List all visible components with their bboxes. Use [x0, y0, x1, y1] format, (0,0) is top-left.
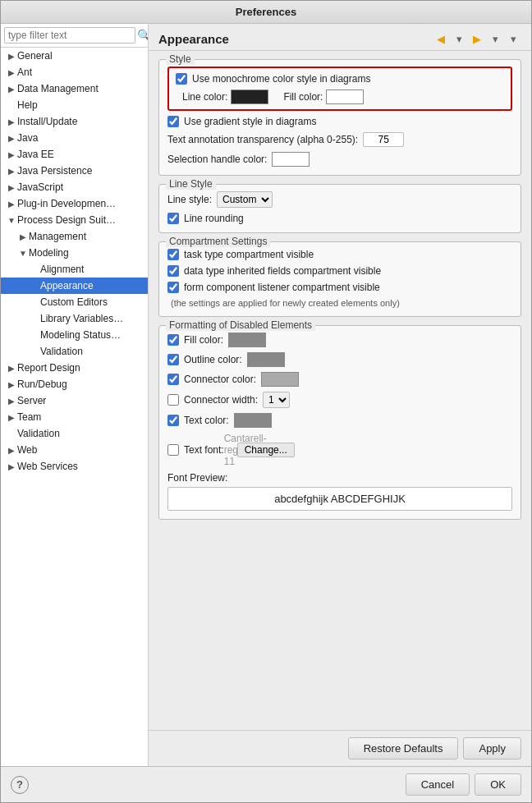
expand-icon: ▶ — [6, 397, 17, 406]
fill-color-dis-picker[interactable] — [228, 333, 266, 347]
sidebar-item-label: JavaScript — [17, 181, 143, 193]
outline-color-checkbox[interactable] — [167, 354, 179, 365]
line-style-select[interactable]: Custom — [217, 191, 273, 208]
sidebar-item-label: Plug-in Developmen… — [17, 198, 143, 209]
sidebar-item-library-variables[interactable]: Library Variables… — [1, 310, 148, 327]
sidebar-item-report-design[interactable]: ▶ Report Design — [1, 360, 148, 376]
sidebar-item-modeling-status[interactable]: Modeling Status… — [1, 327, 148, 343]
line-color-picker[interactable] — [231, 89, 268, 104]
sidebar-item-data-management[interactable]: ▶ Data Management — [1, 80, 148, 97]
sidebar-item-web[interactable]: ▶ Web — [1, 442, 148, 458]
fill-color-dis-checkbox[interactable] — [167, 334, 179, 346]
change-font-button[interactable]: Change... — [237, 443, 295, 457]
expand-icon: ▶ — [6, 134, 17, 143]
line-color-label: Line color: — [182, 91, 227, 103]
sidebar-item-appearance[interactable]: Appearance — [1, 278, 148, 294]
sidebar-item-general[interactable]: ▶ General — [1, 48, 148, 64]
gradient-checkbox[interactable] — [167, 116, 179, 127]
connector-width-checkbox[interactable] — [167, 394, 179, 406]
sidebar-item-process-design[interactable]: ▼ Process Design Suit… — [1, 212, 148, 228]
expand-icon: ▶ — [6, 462, 17, 471]
connector-color-checkbox[interactable] — [167, 374, 179, 385]
fill-color-picker[interactable] — [326, 89, 364, 104]
sidebar-item-validation-root[interactable]: Validation — [1, 425, 148, 442]
search-input[interactable] — [4, 27, 135, 44]
sidebar-item-label: Validation — [17, 428, 143, 439]
sidebar-item-run-debug[interactable]: ▶ Run/Debug — [1, 376, 148, 392]
sidebar-item-java[interactable]: ▶ Java — [1, 130, 148, 146]
text-color-checkbox[interactable] — [167, 415, 179, 426]
connector-width-select[interactable]: 1 — [263, 392, 290, 408]
sidebar-item-java-persistence[interactable]: ▶ Java Persistence — [1, 163, 148, 179]
sidebar-item-java-ee[interactable]: ▶ Java EE — [1, 146, 148, 163]
connector-color-row: Connector color: — [167, 372, 512, 387]
comp2-label: data type inherited fields compartment v… — [184, 265, 381, 277]
sidebar-item-javascript[interactable]: ▶ JavaScript — [1, 179, 148, 195]
transparency-row: Text annotation transparency (alpha 0-25… — [167, 132, 512, 147]
sidebar-item-validation-indent[interactable]: Validation — [1, 343, 148, 360]
nav-forward-icon[interactable]: ▶ — [469, 30, 485, 47]
gradient-label: Use gradient style in diagrams — [184, 116, 316, 127]
transparency-label: Text annotation transparency (alpha 0-25… — [167, 134, 358, 145]
transparency-input[interactable]: 75 — [363, 132, 404, 147]
expand-icon: ▶ — [17, 232, 29, 241]
sidebar-item-alignment[interactable]: Alignment — [1, 261, 148, 278]
cancel-button[interactable]: Cancel — [406, 773, 470, 796]
comp3-checkbox[interactable] — [167, 282, 179, 293]
sidebar-item-modeling[interactable]: ▼ Modeling — [1, 245, 148, 261]
nav-menu-icon[interactable]: ▾ — [505, 30, 521, 47]
comp1-row: task type compartment visible — [167, 249, 512, 260]
nav-back-icon[interactable]: ◀ — [433, 30, 449, 47]
outline-color-picker[interactable] — [247, 352, 285, 367]
sidebar-item-label: Library Variables… — [40, 313, 143, 324]
line-style-row: Line style: Custom — [167, 191, 512, 208]
line-style-section: Line Style Line style: Custom Line round… — [158, 184, 521, 233]
sidebar-item-custom-editors[interactable]: Custom Editors — [1, 294, 148, 310]
restore-defaults-button[interactable]: Restore Defaults — [348, 737, 459, 759]
fill-color-label: Fill color: — [283, 91, 323, 103]
sidebar-item-help[interactable]: Help — [1, 97, 148, 113]
line-rounding-checkbox[interactable] — [167, 213, 179, 224]
selection-handle-row: Selection handle color: — [167, 152, 512, 167]
font-preview-section: Font Preview: abcdefghijk ABCDEFGHIJK — [167, 472, 512, 511]
sidebar-item-label: Java — [17, 132, 143, 144]
sidebar-item-web-services[interactable]: ▶ Web Services — [1, 458, 148, 475]
nav-back-dropdown-icon[interactable]: ▾ — [451, 30, 467, 47]
apply-button[interactable]: Apply — [463, 737, 521, 759]
content-header: Appearance ◀ ▾ ▶ ▾ ▾ — [149, 24, 531, 51]
connector-color-picker[interactable] — [261, 372, 299, 387]
dialog-footer: ? Cancel OK — [1, 766, 531, 802]
text-color-picker[interactable] — [234, 413, 272, 428]
search-clear-icon[interactable]: 🔍 — [137, 29, 149, 42]
sidebar-item-install-update[interactable]: ▶ Install/Update — [1, 113, 148, 130]
sidebar-item-label: Java Persistence — [17, 165, 143, 177]
sidebar-item-ant[interactable]: ▶ Ant — [1, 64, 148, 80]
connector-width-row: Connector width: 1 — [167, 392, 512, 408]
help-icon[interactable]: ? — [11, 776, 29, 794]
content-title: Appearance — [158, 32, 229, 46]
comp1-checkbox[interactable] — [167, 249, 179, 260]
sidebar-item-label: Data Management — [17, 83, 143, 94]
expand-icon: ▼ — [6, 216, 17, 225]
expand-icon: ▶ — [6, 413, 17, 422]
comp2-checkbox[interactable] — [167, 265, 179, 277]
sidebar-item-management[interactable]: ▶ Management — [1, 228, 148, 245]
sidebar-item-server[interactable]: ▶ Server — [1, 392, 148, 409]
monochrome-row: Use monochrome color style in diagrams — [176, 73, 504, 85]
ok-button[interactable]: OK — [475, 773, 521, 796]
text-font-checkbox[interactable] — [167, 444, 179, 456]
expand-icon: ▶ — [6, 52, 17, 61]
selection-handle-label: Selection handle color: — [167, 154, 267, 165]
sidebar-item-label: Report Design — [17, 362, 143, 374]
expand-icon: ▶ — [6, 446, 17, 455]
sidebar-item-plugin-development[interactable]: ▶ Plug-in Developmen… — [1, 195, 148, 212]
expand-icon: ▶ — [6, 150, 17, 159]
sidebar-item-label: Run/Debug — [17, 379, 143, 390]
outline-color-label: Outline color: — [184, 354, 242, 365]
nav-forward-dropdown-icon[interactable]: ▾ — [487, 30, 503, 47]
selection-handle-color-picker[interactable] — [272, 152, 310, 167]
sidebar-item-team[interactable]: ▶ Team — [1, 409, 148, 425]
sidebar-item-label: Modeling Status… — [40, 329, 143, 341]
font-preview-label: Font Preview: — [167, 472, 512, 484]
monochrome-checkbox[interactable] — [176, 73, 187, 85]
